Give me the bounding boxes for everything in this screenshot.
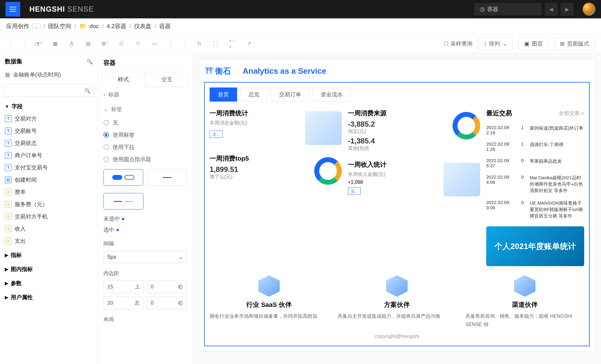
transaction-row[interactable]: 2022.02.09 4:060Mai Davika超模2021品时尚潮两件套灰… xyxy=(486,171,584,197)
dataset-item[interactable]: ▦金融账单(动态时间) xyxy=(0,70,98,83)
field-item[interactable]: #交易对方手机 xyxy=(5,210,93,223)
trans-date: 2022.02.09 3:06 xyxy=(486,200,517,219)
breadcrumb-dropdown[interactable]: ⌄ xyxy=(32,24,40,29)
promo-banner[interactable]: 个人2021年度账单统计 xyxy=(486,226,584,266)
field-item[interactable]: #收入 xyxy=(5,223,93,235)
refresh-button[interactable]: ↻ xyxy=(195,40,203,48)
field-item[interactable]: ⊡创建时间 xyxy=(5,174,93,186)
radio-use-label[interactable]: 使用标签 xyxy=(103,129,187,141)
partner-icon xyxy=(514,275,536,297)
trans-date: 2022.02.09 1:26 xyxy=(486,141,517,152)
field-item[interactable]: T支付宝交易号 xyxy=(5,162,93,174)
filter-button[interactable]: ▽ xyxy=(134,40,142,48)
layout-label: 布局 xyxy=(98,311,192,325)
partner-card[interactable]: 渠道伙伴具备售前咨询、销售、服务能力，能将 HENGSHI SENSE 销 xyxy=(465,275,584,329)
share-button[interactable]: ⚬‒⚬ xyxy=(228,40,236,48)
breadcrumb-team[interactable]: 团队空间 xyxy=(48,22,71,30)
sort-button[interactable]: ↕排列⌄ xyxy=(478,37,513,50)
fullscreen-button[interactable]: ⛶ xyxy=(212,40,220,48)
user-avatar[interactable] xyxy=(583,3,595,16)
export-button[interactable]: ↗ xyxy=(245,40,253,48)
field-search-input[interactable]: 🔍 xyxy=(4,84,94,97)
section-fields[interactable]: ▼字段 xyxy=(0,98,98,113)
field-item[interactable]: #支出 xyxy=(5,235,93,247)
radio-use-dots[interactable]: 使用圆点指示器 xyxy=(103,153,187,165)
transaction-row[interactable]: 2022.02.09 2:181家的味道(凯旋路店)外订单 xyxy=(486,122,584,138)
partner-card[interactable]: 行业 SaaS 伙伴拥有行业业务市场和项目储备量，共同开拓高附加 xyxy=(210,275,328,329)
current-module-indicator[interactable]: ◷容器 xyxy=(474,3,542,15)
tab-style-mixed[interactable] xyxy=(103,193,144,210)
table-button[interactable]: ▤ xyxy=(84,40,92,48)
field-item[interactable]: #服务费（元） xyxy=(5,198,93,210)
breadcrumb-container[interactable]: 4.2容器 xyxy=(106,22,126,30)
dashboard-tab[interactable]: 交易订单 xyxy=(271,87,309,102)
dashboard-tab[interactable]: 首页 xyxy=(210,87,237,102)
transaction-row[interactable]: 2022.02.09 3:060UE MANSION港味复格子夏宽松BF韩版潮裤… xyxy=(486,197,584,222)
trans-desc: 家的味道(凯旋路店)外订单 xyxy=(530,125,584,135)
section-params[interactable]: ▶参数 xyxy=(0,275,98,289)
field-type-icon: # xyxy=(5,189,12,195)
transaction-row[interactable]: 2022.02.09 1:261滴滴打车-丁师傅 xyxy=(486,138,584,155)
main-menu-button[interactable] xyxy=(6,2,20,17)
card-week-stats[interactable]: 一周消费统计本周消息金额(元)交... xyxy=(210,109,342,147)
nav-prev-button[interactable]: ◀ xyxy=(545,3,558,16)
section-user-attrs[interactable]: ▶用户属性 xyxy=(0,289,98,303)
breadcrumb-folder[interactable]: doc xyxy=(90,23,99,30)
card-week-source[interactable]: 一周消费来源-3,885.2淘宝(元)-1,385.4其他(包括 xyxy=(348,109,480,154)
field-item[interactable]: T商户订单号 xyxy=(5,149,93,162)
tab-style-underline[interactable] xyxy=(147,169,187,186)
tab-style-pills[interactable] xyxy=(103,169,143,186)
image-button[interactable]: ▦ xyxy=(51,40,59,48)
breadcrumb-root[interactable]: 应用创作 xyxy=(6,22,29,30)
field-item[interactable]: T交易对方 xyxy=(5,113,93,125)
padding-left-input[interactable]: 20左 xyxy=(103,297,144,309)
container-button[interactable]: ▭ xyxy=(150,40,158,48)
search-icon[interactable]: 🔍 xyxy=(87,59,93,65)
radio-none[interactable]: 无 xyxy=(103,117,187,129)
field-item[interactable]: T交易状态 xyxy=(5,137,93,149)
sample-query-checkbox[interactable]: 采样查询 xyxy=(444,40,472,47)
dashboard-slogan: Analytics as a Service xyxy=(243,66,326,76)
field-type-icon: T xyxy=(5,140,12,147)
transaction-row[interactable]: 2022.02.09 5:370苹果园果品批发 xyxy=(486,155,584,171)
card-top5[interactable]: 一周消费top51,899.51饿了么(元) xyxy=(210,154,342,188)
more-button[interactable]: ⋮ xyxy=(167,40,175,48)
tag-week-stats[interactable]: 交... xyxy=(210,131,222,138)
trans-date: 2022.02.09 2:18 xyxy=(486,125,517,135)
add-component-button[interactable]: ⊞⁺ xyxy=(101,40,109,48)
tab-interaction[interactable]: 交互 xyxy=(145,72,189,87)
padding-last-input[interactable]: 0右 xyxy=(147,297,187,309)
field-item[interactable]: T交易账号 xyxy=(5,125,93,137)
add-chart-button[interactable]: ◔⁺ xyxy=(35,40,43,48)
canvas[interactable]: ⛩衡石 Analytics as a Service 首页总览交易订单资金流水 … xyxy=(193,53,601,364)
view-all-link[interactable]: 全部交易 > xyxy=(559,110,584,117)
dashboard-tab[interactable]: 总览 xyxy=(240,87,268,102)
layer-button[interactable]: ▣图层 xyxy=(518,37,549,50)
field-label: 交易账号 xyxy=(15,127,37,135)
tag-income[interactable]: 交... xyxy=(348,188,361,195)
trans-count: 0 xyxy=(521,200,525,219)
nav-next-button[interactable]: ▶ xyxy=(561,3,573,16)
padding-right-input[interactable]: 0右 xyxy=(147,280,187,293)
padding-top-input[interactable]: 15上 xyxy=(103,280,144,293)
gap-select[interactable]: 5px⌄ xyxy=(103,251,187,263)
breadcrumb: 应用创作 ⌄ / 团队空间 / 📁 doc / 4.2容器 / 仪表盘 / 容器 xyxy=(0,18,601,34)
section-title-toggle[interactable]: ›标题 xyxy=(98,87,192,102)
radio-use-dropdown[interactable]: 使用下拉 xyxy=(103,141,187,153)
field-item[interactable]: #费率 xyxy=(5,186,93,198)
section-label-toggle[interactable]: ⌄标签 xyxy=(98,102,192,117)
trans-count: 0 xyxy=(521,174,525,194)
section-inchart-metrics[interactable]: ▶图内指标 xyxy=(0,261,98,275)
back-button[interactable]: 〈 xyxy=(6,40,14,48)
page-layout-button[interactable]: ⊞页面版式 xyxy=(554,37,595,50)
breadcrumb-dashboard[interactable]: 仪表盘 xyxy=(134,22,151,30)
card-income[interactable]: 一周收入统计本周收入金额(元)+1,098交... xyxy=(348,160,480,199)
field-type-icon: # xyxy=(5,213,12,220)
partner-card[interactable]: 方案伙伴具备自主开发或集成能力，并能将自身产品与衡 xyxy=(338,275,456,329)
section-metrics[interactable]: ▶指标 xyxy=(0,247,98,261)
dashboard-tab[interactable]: 资金流水 xyxy=(312,87,351,102)
text-button[interactable]: A̲ xyxy=(68,40,76,48)
tab-style[interactable]: 样式 xyxy=(102,72,145,87)
trans-date: 2022.02.09 5:37 xyxy=(486,158,517,168)
list-button[interactable]: ☷ xyxy=(117,40,125,48)
